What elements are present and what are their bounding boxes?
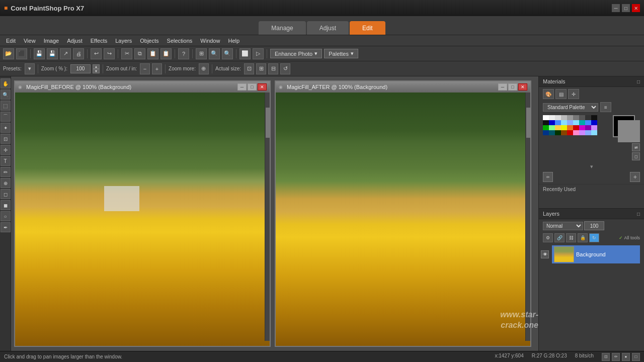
color-row4-7[interactable]: [579, 130, 585, 135]
palette-options-btn[interactable]: ≡: [600, 102, 611, 112]
color-row2-8[interactable]: [585, 120, 591, 125]
menu-view[interactable]: View: [20, 37, 40, 45]
tool-move[interactable]: ✛: [1, 145, 11, 155]
color-row3-1[interactable]: [543, 125, 549, 130]
script-button[interactable]: ▷: [253, 48, 264, 59]
close-button[interactable]: ✕: [632, 4, 640, 12]
material-pattern-btn[interactable]: ✛: [568, 89, 579, 99]
color-lg1[interactable]: [549, 115, 555, 120]
menu-layers[interactable]: Layers: [111, 37, 136, 45]
tool-zoom[interactable]: 🔍: [1, 89, 11, 100]
color-black[interactable]: [591, 115, 597, 120]
color-row2-2[interactable]: [549, 120, 555, 125]
save-button[interactable]: 💾: [34, 48, 45, 59]
color-row2-6[interactable]: [573, 120, 579, 125]
pencil-tool-btn[interactable]: ✏: [543, 172, 553, 182]
color-lg4[interactable]: [567, 115, 573, 120]
tool-pan[interactable]: ✋: [1, 78, 11, 88]
zoom-in-button[interactable]: 🔍: [222, 48, 233, 59]
layer-link-btn[interactable]: 🔗: [554, 233, 565, 242]
opacity-input[interactable]: [584, 221, 604, 230]
before-close[interactable]: ✕: [258, 83, 267, 90]
color-row4-8[interactable]: [585, 130, 591, 135]
tool-lasso[interactable]: ⌒: [1, 112, 11, 122]
color-row2-4[interactable]: [561, 120, 567, 125]
color-row3-3[interactable]: [555, 125, 561, 130]
before-minimize[interactable]: ─: [237, 83, 247, 90]
color-row3-8[interactable]: [585, 125, 591, 130]
blend-mode-dropdown[interactable]: Normal: [543, 222, 583, 230]
paste-as-button[interactable]: 📋: [160, 48, 172, 59]
color-row3-5[interactable]: [567, 125, 573, 130]
tool-dodge[interactable]: ○: [1, 211, 11, 221]
layer-settings-btn[interactable]: ⚙: [543, 233, 553, 242]
maximize-button[interactable]: □: [622, 4, 630, 12]
zoom-input[interactable]: [70, 64, 91, 73]
paste-button[interactable]: 📋: [147, 48, 158, 59]
zoom-more-btn[interactable]: ⊕: [199, 63, 209, 74]
menu-objects[interactable]: Objects: [136, 37, 163, 45]
status-btn-3[interactable]: ●: [622, 353, 630, 361]
color-row2-7[interactable]: [579, 120, 585, 125]
layer-lock-btn[interactable]: 🔒: [578, 233, 588, 242]
redo-button[interactable]: ↪: [104, 48, 115, 59]
materials-collapse[interactable]: □: [637, 79, 640, 84]
color-lg3[interactable]: [561, 115, 567, 120]
menu-effects[interactable]: Effects: [87, 37, 111, 45]
color-row3-2[interactable]: [549, 125, 555, 130]
palette-dropdown[interactable]: Standard Palette: [543, 103, 598, 112]
share-button[interactable]: ↗: [60, 48, 71, 59]
after-close[interactable]: ✕: [518, 83, 527, 90]
layers-collapse-btn[interactable]: □: [637, 211, 640, 217]
zoom-out-button[interactable]: 🔍: [209, 48, 220, 59]
copy-button[interactable]: ⧉: [134, 48, 145, 59]
color-row4-9[interactable]: [591, 130, 597, 135]
layer-visibility-btn[interactable]: 👁: [541, 250, 549, 258]
status-btn-1[interactable]: ⊡: [602, 353, 610, 361]
default-colors-btn[interactable]: ◻: [632, 152, 640, 160]
tab-edit[interactable]: Edit: [350, 21, 385, 35]
before-scrollbar-v[interactable]: [265, 93, 270, 341]
color-lg6[interactable]: [579, 115, 585, 120]
color-lg2[interactable]: [555, 115, 561, 120]
after-minimize[interactable]: ─: [498, 83, 507, 90]
palette-collapse-icon[interactable]: ▾: [590, 163, 593, 170]
print-button[interactable]: 🖨: [73, 48, 84, 59]
after-scroll-thumb-v[interactable]: [526, 108, 530, 138]
color-row4-3[interactable]: [555, 130, 561, 135]
save-as-button[interactable]: 💾: [47, 48, 58, 59]
overview-button[interactable]: ⊞: [196, 48, 207, 59]
color-dg[interactable]: [585, 115, 591, 120]
menu-image[interactable]: Image: [40, 37, 63, 45]
color-row4-1[interactable]: [543, 130, 549, 135]
material-gradient-btn[interactable]: ▤: [555, 89, 567, 99]
tool-select[interactable]: ⬚: [1, 101, 11, 111]
material-color-btn[interactable]: 🎨: [543, 89, 554, 99]
rotate-btn[interactable]: ↺: [280, 63, 290, 74]
plus-tool-btn[interactable]: ✛: [630, 172, 640, 182]
menu-selections[interactable]: Selections: [163, 37, 197, 45]
presets-dropdown[interactable]: ▾: [25, 63, 35, 74]
palettes-button[interactable]: Palettes ▾: [324, 49, 358, 58]
zoom-in-btn[interactable]: +: [152, 63, 162, 74]
color-row2-1[interactable]: [543, 120, 549, 125]
menu-edit[interactable]: Edit: [2, 37, 20, 45]
status-btn-4[interactable]: □: [632, 353, 640, 361]
layer-refresh-btn[interactable]: ↻: [589, 233, 599, 242]
color-row2-3[interactable]: [555, 120, 561, 125]
zoom-down[interactable]: ▼: [93, 69, 100, 73]
color-white[interactable]: [543, 115, 549, 120]
color-row2-5[interactable]: [567, 120, 573, 125]
status-btn-2[interactable]: ✏: [612, 353, 620, 361]
tab-adjust[interactable]: Adjust: [307, 21, 349, 35]
color-row3-7[interactable]: [579, 125, 585, 130]
undo-button[interactable]: ↩: [91, 48, 102, 59]
open-button[interactable]: 📂: [3, 48, 14, 59]
after-scrollbar-v[interactable]: [525, 93, 530, 341]
tool-eraser[interactable]: ◻: [1, 189, 11, 199]
color-row3-6[interactable]: [573, 125, 579, 130]
cut-button[interactable]: ✂: [121, 48, 132, 59]
enhance-photo-button[interactable]: Enhance Photo ▾: [270, 49, 322, 58]
layer-chain-btn[interactable]: ⛓: [566, 233, 576, 242]
menu-help[interactable]: Help: [224, 37, 244, 45]
